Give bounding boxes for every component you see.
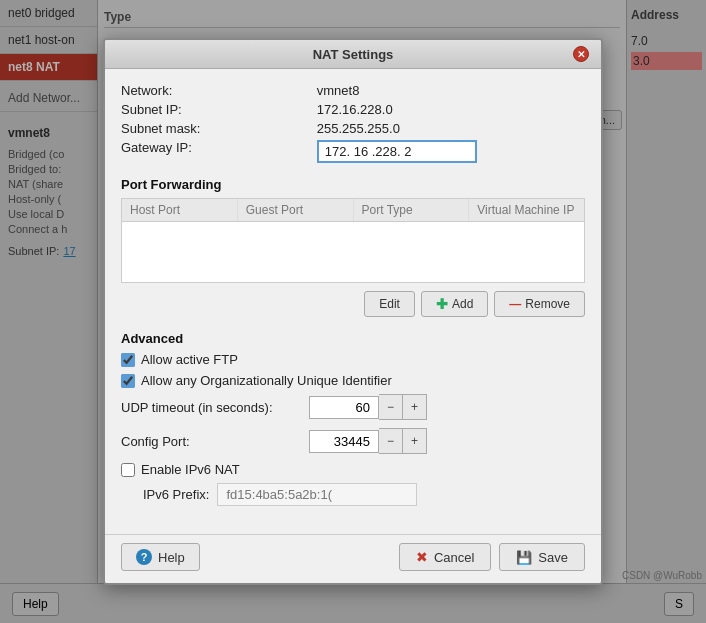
save-button[interactable]: 💾 Save — [499, 543, 585, 571]
ipv6-prefix-row: IPv6 Prefix: — [121, 483, 585, 506]
network-value: vmnet8 — [317, 83, 585, 98]
port-table-header: Host Port Guest Port Port Type Virtual M… — [122, 199, 584, 222]
port-table-body — [122, 222, 584, 282]
port-forwarding-table: Host Port Guest Port Port Type Virtual M… — [121, 198, 585, 283]
allow-ftp-row: Allow active FTP — [121, 352, 585, 367]
allow-ftp-checkbox[interactable] — [121, 353, 135, 367]
cancel-label: Cancel — [434, 550, 474, 565]
edit-button[interactable]: Edit — [364, 291, 415, 317]
modal-overlay: NAT Settings ✕ Network: vmnet8 Subnet IP… — [0, 0, 706, 623]
enable-ipv6-checkbox[interactable] — [121, 463, 135, 477]
add-icon: ✚ — [436, 296, 448, 312]
udp-timeout-row: UDP timeout (in seconds): − + — [121, 394, 585, 420]
udp-timeout-label: UDP timeout (in seconds): — [121, 400, 301, 415]
col-host-port: Host Port — [122, 199, 238, 221]
config-port-input[interactable] — [309, 430, 379, 453]
udp-timeout-input[interactable] — [309, 396, 379, 419]
dialog-title: NAT Settings — [133, 47, 573, 62]
dialog-footer: ? Help ✖ Cancel 💾 Save — [105, 534, 601, 583]
edit-label: Edit — [379, 297, 400, 311]
help-button[interactable]: ? Help — [121, 543, 200, 571]
help-label: Help — [158, 550, 185, 565]
subnet-ip-label: Subnet IP: — [121, 102, 309, 117]
ipv6-prefix-label: IPv6 Prefix: — [143, 487, 209, 502]
subnet-mask-value: 255.255.255.0 — [317, 121, 585, 136]
nat-settings-dialog: NAT Settings ✕ Network: vmnet8 Subnet IP… — [103, 38, 603, 585]
network-label: Network: — [121, 83, 309, 98]
ipv6-prefix-input[interactable] — [217, 483, 417, 506]
subnet-mask-label: Subnet mask: — [121, 121, 309, 136]
help-icon: ? — [136, 549, 152, 565]
add-label: Add — [452, 297, 473, 311]
footer-right-buttons: ✖ Cancel 💾 Save — [399, 543, 585, 571]
udp-timeout-decrement[interactable]: − — [379, 394, 403, 420]
dialog-body: Network: vmnet8 Subnet IP: 172.16.228.0 … — [105, 69, 601, 534]
network-info-grid: Network: vmnet8 Subnet IP: 172.16.228.0 … — [121, 83, 585, 163]
cancel-icon: ✖ — [416, 549, 428, 565]
col-port-type: Port Type — [354, 199, 470, 221]
config-port-label: Config Port: — [121, 434, 301, 449]
config-port-decrement[interactable]: − — [379, 428, 403, 454]
dialog-titlebar: NAT Settings ✕ — [105, 40, 601, 69]
remove-label: Remove — [525, 297, 570, 311]
advanced-section: Advanced Allow active FTP Allow any Orga… — [121, 331, 585, 506]
col-guest-port: Guest Port — [238, 199, 354, 221]
add-button[interactable]: ✚ Add — [421, 291, 488, 317]
enable-ipv6-label: Enable IPv6 NAT — [141, 462, 240, 477]
remove-icon: — — [509, 297, 521, 311]
allow-oui-checkbox[interactable] — [121, 374, 135, 388]
save-label: Save — [538, 550, 568, 565]
advanced-section-title: Advanced — [121, 331, 585, 346]
allow-oui-row: Allow any Organizationally Unique Identi… — [121, 373, 585, 388]
allow-oui-label: Allow any Organizationally Unique Identi… — [141, 373, 392, 388]
gateway-ip-input[interactable] — [317, 140, 477, 163]
udp-timeout-increment[interactable]: + — [403, 394, 427, 420]
subnet-ip-value: 172.16.228.0 — [317, 102, 585, 117]
port-forwarding-section-title: Port Forwarding — [121, 177, 585, 192]
cancel-button[interactable]: ✖ Cancel — [399, 543, 491, 571]
enable-ipv6-row: Enable IPv6 NAT — [121, 462, 585, 477]
config-port-row: Config Port: − + — [121, 428, 585, 454]
port-forwarding-actions: Edit ✚ Add — Remove — [121, 291, 585, 317]
dialog-close-button[interactable]: ✕ — [573, 46, 589, 62]
config-port-input-group: − + — [309, 428, 427, 454]
col-vm-ip: Virtual Machine IP — [469, 199, 584, 221]
allow-ftp-label: Allow active FTP — [141, 352, 238, 367]
remove-button[interactable]: — Remove — [494, 291, 585, 317]
udp-timeout-input-group: − + — [309, 394, 427, 420]
save-icon: 💾 — [516, 550, 532, 565]
gateway-ip-label: Gateway IP: — [121, 140, 309, 163]
config-port-increment[interactable]: + — [403, 428, 427, 454]
